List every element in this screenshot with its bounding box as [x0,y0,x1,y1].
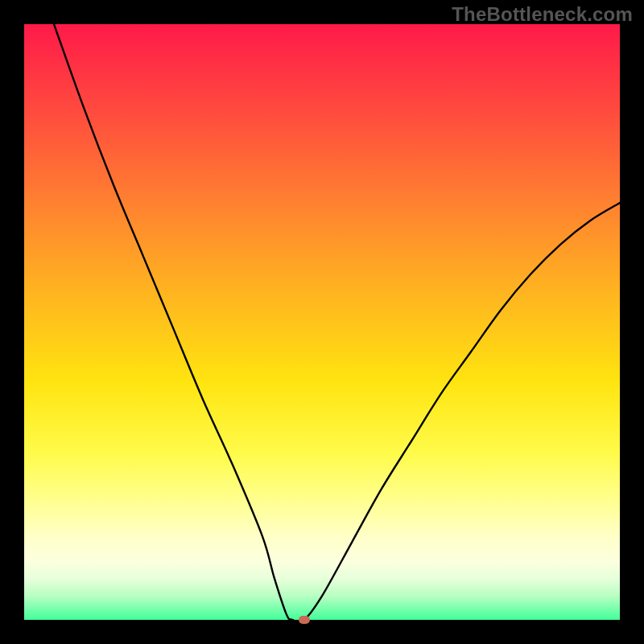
optimal-point-marker [299,616,310,624]
watermark-text: TheBottleneck.com [452,3,633,26]
bottleneck-curve [24,24,620,620]
plot-area [24,24,620,620]
